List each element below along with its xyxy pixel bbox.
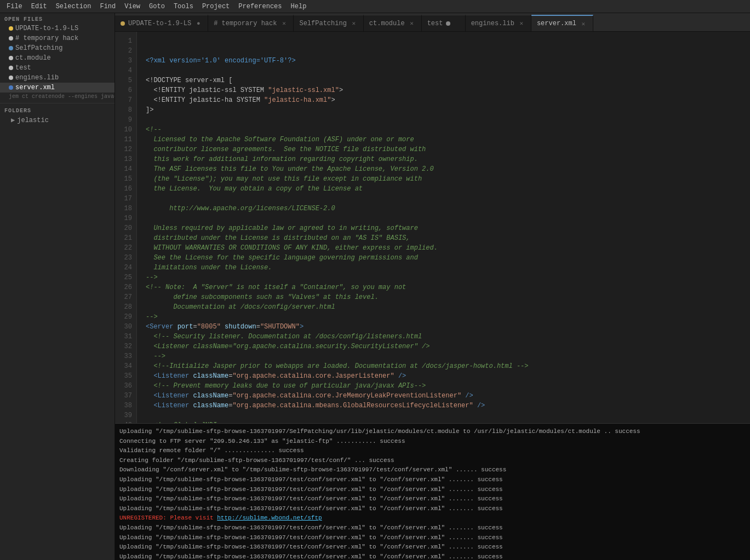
tab-close-button[interactable]: ✕	[280, 20, 288, 27]
code-content[interactable]: <?xml version='1.0' encoding='UTF-8'?> <…	[137, 32, 750, 423]
code-line: <Listener className="org.apache.catalina…	[146, 401, 750, 411]
tab-label: UPDATE-to-1.9-LS	[128, 20, 191, 27]
tab-close-button[interactable]: ✕	[518, 20, 525, 27]
line-number: 15	[115, 174, 136, 184]
line-number: 31	[115, 332, 136, 342]
tab-close-button[interactable]: ✕	[408, 20, 416, 27]
code-line: -->	[146, 351, 750, 361]
code-line: <Listener className="org.apache.catalina…	[146, 391, 750, 401]
main-layout: OPEN FILES UPDATE-to-1.9-LS # temporary …	[0, 13, 750, 560]
menu-file[interactable]: File	[2, 2, 27, 11]
menu-tools[interactable]: Tools	[169, 2, 198, 11]
code-line: <?xml version='1.0' encoding='UTF-8'?>	[146, 56, 750, 66]
code-line: Documentation at /docs/config/server.htm…	[146, 302, 750, 312]
code-line: limitations under the License.	[146, 263, 750, 273]
code-line: this work for additional information reg…	[146, 154, 750, 164]
code-line: the License. You may obtain a copy of th…	[146, 184, 750, 194]
terminal-line: Uploading "/tmp/sublime-sftp-browse-1363…	[119, 523, 746, 533]
menu-project[interactable]: Project	[198, 2, 234, 11]
tab-selfpatching[interactable]: SelfPatching ✕	[294, 15, 363, 31]
line-number: 7	[115, 95, 136, 105]
line-number: 30	[115, 322, 136, 332]
dot-icon	[9, 76, 13, 80]
line-number: 13	[115, 154, 136, 164]
line-number: 18	[115, 204, 136, 213]
folder-triangle-icon: ▶	[11, 116, 15, 124]
terminal-line: Uploading "/tmp/sublime-sftp-browse-1363…	[119, 475, 746, 485]
line-numbers: 1234567891011121314151617181920212223242…	[115, 32, 137, 423]
line-number: 8	[115, 105, 136, 115]
folders-label: FOLDERS	[0, 106, 114, 115]
open-files-label: OPEN FILES	[0, 13, 114, 24]
line-number: 16	[115, 184, 136, 194]
dot-icon	[9, 56, 13, 60]
line-number: 6	[115, 85, 136, 95]
tab-label: test	[427, 20, 443, 27]
sidebar-item-ctmodule[interactable]: ct.module	[0, 53, 114, 63]
line-number: 22	[115, 243, 136, 253]
sidebar-item-test[interactable]: test	[0, 63, 114, 73]
code-line: <!ENTITY jelastic-ssl SYSTEM "jelastic-s…	[146, 85, 750, 95]
menu-view[interactable]: View	[120, 2, 145, 11]
terminal-line: UNREGISTERED: Please visit http://sublim…	[119, 513, 746, 523]
tab-close-button[interactable]: ✕	[580, 20, 587, 27]
line-number: 21	[115, 233, 136, 243]
line-number: 36	[115, 381, 136, 391]
sidebar-folder-jelastic[interactable]: ▶ jelastic	[0, 115, 114, 125]
code-line: <Listener className="org.apache.catalina…	[146, 342, 750, 351]
line-number: 1	[115, 36, 136, 46]
menu-goto[interactable]: Goto	[145, 2, 169, 11]
sidebar-item-engineslib[interactable]: engines.lib	[0, 73, 114, 83]
terminal-line: Connecting to FTP server "209.50.246.133…	[119, 437, 746, 447]
tab-temphack[interactable]: # temporary hack ✕	[208, 15, 294, 31]
tab-label: # temporary hack	[214, 20, 277, 27]
menu-edit[interactable]: Edit	[27, 2, 51, 11]
code-line	[146, 115, 750, 125]
terminal-line: Uploading "/tmp/sublime-sftp-browse-1363…	[119, 485, 746, 495]
code-line: <!ENTITY jelastic-ha SYSTEM "jelastic-ha…	[146, 95, 750, 105]
terminal-line: Uploading "/tmp/sublime-sftp-browse-1363…	[119, 427, 746, 437]
code-line	[146, 66, 750, 76]
tab-close-button[interactable]: ●	[194, 20, 202, 27]
content-area: UPDATE-to-1.9-LS ● # temporary hack ✕ Se…	[115, 13, 750, 560]
line-number: 25	[115, 273, 136, 282]
sidebar-item-serverxml[interactable]: server.xml	[0, 83, 114, 93]
terminal-line: Uploading "/tmp/sublime-sftp-browse-1363…	[119, 494, 746, 504]
sidebar-extra-line: jem ct createnode --engines java6..	[0, 93, 114, 101]
line-number: 17	[115, 194, 136, 204]
menu-preferences[interactable]: Preferences	[234, 2, 286, 11]
menu-find[interactable]: Find	[95, 2, 120, 11]
code-line: ]>	[146, 105, 750, 115]
sidebar-item-update[interactable]: UPDATE-to-1.9-LS	[0, 24, 114, 33]
dot-icon	[9, 26, 13, 31]
code-line: WITHOUT WARRANTIES OR CONDITIONS OF ANY …	[146, 243, 750, 253]
terminal-link[interactable]: http://sublime.wbond.net/sftp	[217, 515, 322, 521]
tab-close-button[interactable]	[446, 21, 450, 26]
line-number: 19	[115, 213, 136, 223]
tab-label: ct.module	[369, 20, 405, 27]
line-number: 20	[115, 223, 136, 233]
code-line	[146, 411, 750, 420]
code-line: -->	[146, 312, 750, 322]
tab-serverxml[interactable]: server.xml ✕	[531, 15, 593, 31]
menu-selection[interactable]: Selection	[51, 2, 96, 11]
tab-update[interactable]: UPDATE-to-1.9-LS ●	[115, 15, 208, 31]
line-number: 29	[115, 312, 136, 322]
sidebar-item-temphack[interactable]: # temporary hack	[0, 33, 114, 43]
editor[interactable]: 1234567891011121314151617181920212223242…	[115, 32, 750, 423]
tab-ctmodule[interactable]: ct.module ✕	[364, 15, 422, 31]
line-number: 3	[115, 56, 136, 66]
tab-engineslib[interactable]: engines.lib ✕	[466, 15, 531, 31]
terminal[interactable]: Uploading "/tmp/sublime-sftp-browse-1363…	[115, 423, 750, 560]
line-number: 4	[115, 66, 136, 76]
sidebar-item-selfpatching[interactable]: SelfPatching	[0, 43, 114, 53]
tab-close-button[interactable]: ✕	[350, 20, 358, 27]
dot-icon	[9, 46, 13, 50]
tab-test[interactable]: test	[422, 15, 466, 31]
code-line: Unless required by applicable law or agr…	[146, 223, 750, 233]
sidebar: OPEN FILES UPDATE-to-1.9-LS # temporary …	[0, 13, 115, 560]
menu-help[interactable]: Help	[287, 2, 311, 11]
code-line: (the "License"); you may not use this fi…	[146, 174, 750, 184]
line-number: 39	[115, 411, 136, 420]
code-line: <Listener className="org.apache.catalina…	[146, 371, 750, 381]
